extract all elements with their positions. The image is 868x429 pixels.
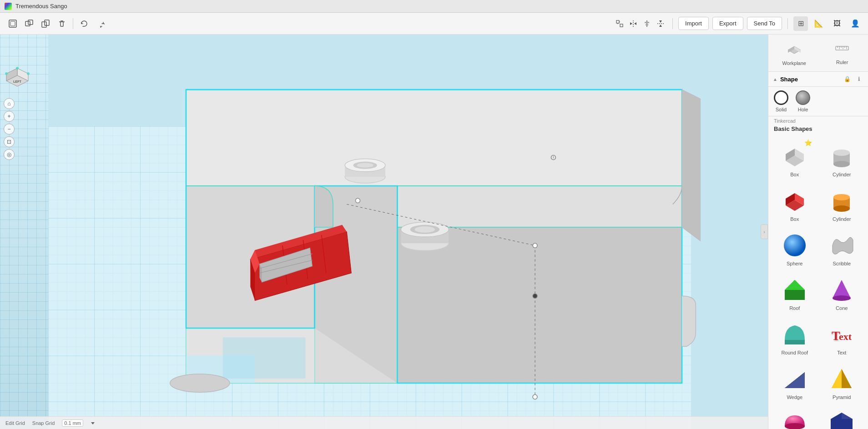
snap-grid-dropdown-icon[interactable]: [91, 421, 95, 425]
collapse-panel-arrow[interactable]: ›: [761, 224, 768, 239]
svg-marker-97: [785, 290, 805, 300]
shape-label-pyramid: Pyramid: [833, 394, 851, 400]
svg-text:ext: ext: [839, 331, 852, 342]
fit-view-button[interactable]: ⊡: [4, 136, 15, 147]
workplane-label: Workplane: [782, 60, 806, 66]
toolbar-separator-3: [787, 18, 788, 29]
chevron-up-icon[interactable]: ▲: [773, 77, 777, 82]
ruler-tab[interactable]: Ruler: [820, 38, 865, 68]
shape-item-roof[interactable]: Roof: [772, 271, 818, 314]
svg-marker-25: [397, 186, 682, 227]
svg-point-60: [533, 394, 537, 399]
scene-svg: [0, 35, 868, 429]
flip-icon[interactable]: [654, 17, 667, 30]
shape-preview-wedge: [780, 364, 809, 394]
shape-panel-header: ▲ Shape 🔒 ℹ: [768, 72, 868, 87]
flat-view-button[interactable]: 📐: [812, 16, 826, 31]
align-icon[interactable]: [641, 17, 653, 30]
viewport[interactable]: LEFT ⌂ + − ⊡ ◎ › Edit Grid Snap Grid 0.1…: [0, 35, 868, 429]
shape-item-pyramid[interactable]: Pyramid: [819, 360, 865, 403]
shapes-grid: ⭐ Box Cylinder: [768, 134, 868, 429]
svg-point-68: [16, 67, 19, 70]
toolbar-right: Import Export Send To ⊞ 📐 🖼 👤: [613, 16, 863, 31]
star-badge: ⭐: [804, 139, 812, 146]
edit-grid-label: Edit Grid: [5, 420, 25, 426]
undo-button[interactable]: [77, 16, 91, 31]
shape-label-sphere-blue: Sphere: [787, 261, 802, 266]
shape-item-box-red[interactable]: Box: [772, 182, 818, 225]
shape-preview-cylinder-gray: [827, 142, 856, 171]
redo-button[interactable]: [93, 16, 108, 31]
solid-type-option[interactable]: Solid: [774, 90, 788, 112]
import-button[interactable]: Import: [678, 17, 709, 30]
photo-view-button[interactable]: 🖼: [830, 16, 844, 31]
svg-rect-3: [28, 20, 33, 25]
3d-view-button[interactable]: ⊞: [793, 16, 808, 31]
shape-preview-roof: [780, 275, 809, 304]
svg-rect-0: [9, 20, 16, 27]
shape-label-box-gray: Box: [790, 172, 799, 177]
delete-button[interactable]: [55, 16, 69, 31]
shape-preview-polygon: [827, 409, 856, 429]
shape-preview-sphere-blue: [780, 231, 809, 260]
shape-item-text[interactable]: T ext Text: [819, 316, 865, 359]
shape-item-half-sphere[interactable]: Half Sphere: [772, 405, 818, 429]
svg-rect-32: [223, 337, 306, 379]
shape-item-cylinder-gray[interactable]: Cylinder: [819, 138, 865, 180]
zoom-in-button[interactable]: +: [4, 111, 15, 122]
shape-preview-box-red: [780, 186, 809, 215]
sendto-button[interactable]: Send To: [747, 17, 782, 30]
group-button[interactable]: [22, 16, 36, 31]
shape-preview-text: T ext: [827, 320, 856, 349]
svg-marker-107: [842, 369, 852, 388]
hole-type-option[interactable]: Hole: [796, 90, 810, 112]
export-button[interactable]: Export: [712, 17, 743, 30]
select-button[interactable]: [5, 16, 20, 31]
shape-label-scribble: Scribble: [833, 261, 851, 266]
zoom-out-button[interactable]: −: [4, 124, 15, 135]
viewport-status-bar: Edit Grid Snap Grid 0.1 mm: [0, 416, 768, 429]
shape-item-scribble[interactable]: Scribble: [819, 227, 865, 269]
shape-type-selector: Solid Hole: [768, 87, 868, 116]
svg-marker-18: [659, 25, 662, 27]
svg-marker-17: [659, 20, 662, 23]
shape-item-polygon[interactable]: Polygon: [819, 405, 865, 429]
hole-circle: [796, 90, 810, 105]
panel-title: Shape: [780, 76, 840, 83]
main-area: LEFT ⌂ + − ⊡ ◎ › Edit Grid Snap Grid 0.1…: [0, 35, 868, 429]
shape-panel: Workplane Ruler ▲: [768, 35, 868, 429]
shape-preview-half-sphere: [780, 409, 809, 429]
lock-icon[interactable]: 🔒: [843, 75, 852, 84]
shape-label-cylinder-orange: Cylinder: [833, 216, 851, 222]
workplane-tab[interactable]: Workplane: [772, 38, 817, 68]
account-button[interactable]: 👤: [848, 16, 863, 31]
shape-preview-cone: [827, 275, 856, 304]
svg-rect-7: [620, 24, 623, 27]
shape-item-wedge[interactable]: Wedge: [772, 360, 818, 403]
svg-point-87: [833, 161, 850, 167]
axis-cube[interactable]: LEFT: [5, 66, 30, 92]
shape-item-cone[interactable]: Cone: [819, 271, 865, 314]
svg-rect-4: [42, 22, 46, 27]
svg-point-99: [833, 295, 851, 301]
info-icon[interactable]: ℹ: [854, 75, 863, 84]
toolbar-separator-2: [672, 18, 673, 29]
svg-rect-100: [785, 340, 805, 344]
hole-label: Hole: [798, 107, 808, 112]
shape-item-box-gray[interactable]: ⭐ Box: [772, 138, 818, 180]
duplicate-button[interactable]: [38, 16, 53, 31]
shape-item-round-roof[interactable]: Round Roof: [772, 316, 818, 359]
category-label: Tinkercad: [768, 116, 868, 125]
svg-point-69: [5, 72, 8, 75]
shape-item-cylinder-orange[interactable]: Cylinder: [819, 182, 865, 225]
transform-icon[interactable]: [613, 17, 626, 30]
svg-point-58: [533, 243, 537, 248]
svg-point-93: [833, 205, 850, 212]
ortho-view-button[interactable]: ◎: [4, 149, 15, 160]
svg-rect-5: [45, 20, 49, 25]
top-toolbar: Import Export Send To ⊞ 📐 🖼 👤: [0, 13, 868, 35]
mirror-icon[interactable]: [627, 17, 640, 30]
home-view-button[interactable]: ⌂: [4, 98, 15, 109]
svg-marker-71: [91, 422, 95, 424]
shape-item-sphere-blue[interactable]: Sphere: [772, 227, 818, 269]
